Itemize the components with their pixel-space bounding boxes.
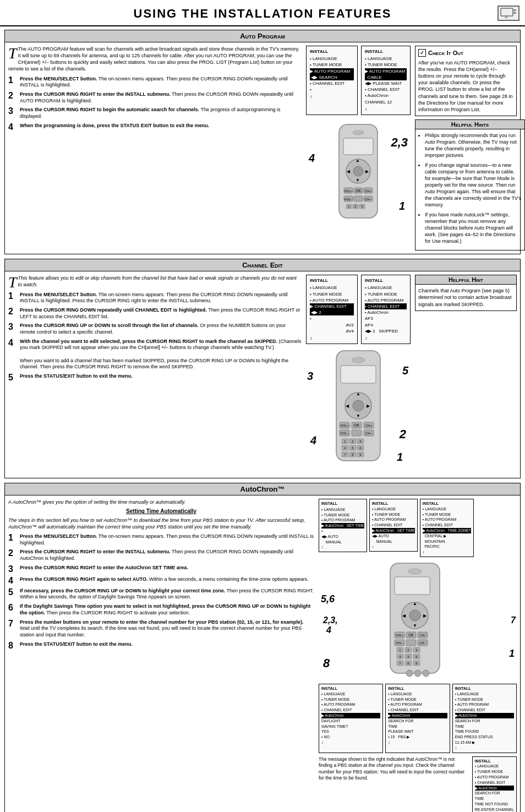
channel-edit-steps: 1 Press the MENU/SELECT button. The on-s… [8, 292, 302, 383]
auto-program-intro: T The AUTO PROGRAM feature will scan for… [8, 46, 302, 73]
step-num-3: 3 [8, 107, 17, 116]
svg-point-70 [408, 569, 422, 574]
ce-overlay-4: 4 [310, 434, 316, 447]
svg-rect-71 [395, 577, 430, 595]
ac-step-num-1: 1 [8, 533, 17, 542]
svg-rect-85 [406, 640, 416, 646]
install-screen-1: INSTALL • LANGUAGE • TUNER MODE ▶ AUTO P… [306, 46, 358, 115]
ac-step-num-3: 3 [8, 565, 17, 574]
ac-screen-s7-left: INSTALL • LANGUAGE • TUNER MODE • AUTO P… [472, 756, 517, 812]
ce-step-3: 3 Press the CURSOR RING UP or DOWN to sc… [8, 323, 302, 335]
svg-text:▲: ▲ [413, 601, 417, 606]
channel-edit-right: Helpful Hint Channels that Auto Program … [415, 275, 517, 475]
svg-text:CH–: CH– [365, 198, 372, 201]
svg-text:VOL+: VOL+ [396, 634, 403, 637]
checkmark-icon: ✓ [418, 49, 426, 57]
step-num-4: 4 [8, 123, 17, 132]
autochron-message: The message shown to the right indicates… [319, 756, 469, 782]
autochron-section: AutoChron™ A AutoChron™ gives you the op… [4, 483, 521, 812]
ce-hint-title: Helpful Hint [415, 275, 516, 285]
svg-text:CH+: CH+ [365, 189, 372, 193]
ce-step-num-4: 4 [8, 339, 17, 347]
channel-edit-title: Channel Edit [5, 259, 520, 271]
ac-screen-s6: INSTALL • LANGUAGE • TUNER MODE • AUTO P… [452, 684, 517, 753]
check-it-out-text: After you've run AUTO PROGRAM, check the… [418, 59, 513, 113]
svg-text:VOL–: VOL– [344, 198, 353, 201]
helpful-hints-list: Philips strongly recommends that you run… [418, 132, 522, 244]
ac-overlay-4: 4 [326, 625, 331, 635]
auto-program-right: ✓ Check It Out After you've run AUTO PRO… [415, 46, 517, 250]
ac-step-text-2: Press the CURSOR RING RIGHT to enter the… [20, 549, 314, 562]
svg-text:VOL+: VOL+ [344, 189, 353, 193]
svg-text:▼: ▼ [356, 413, 360, 418]
auto-program-title: Auto Program [5, 30, 520, 42]
page-title: Using the Installation Features [0, 0, 525, 26]
ac-step-1: 1 Press the MENU/SELECT button. The on-s… [8, 533, 314, 546]
ac-step-7: 7 Press the number buttons on your remot… [8, 619, 314, 639]
ac-overlay-7: 7 [511, 615, 516, 625]
ac-step-text-5: If necessary, press the CURSOR RING UP o… [20, 588, 314, 601]
step-text-2: Press the CURSOR RING RIGHT to enter the… [20, 91, 302, 104]
ce-helpful-hint: Helpful Hint Channels that Auto Program … [415, 275, 517, 310]
ce-step-2: 2 Press the CURSOR RING DOWN repeatedly … [8, 307, 302, 320]
svg-point-6 [353, 130, 364, 135]
ac-step-num-6: 6 [8, 603, 17, 612]
svg-text:▶: ▶ [367, 404, 370, 408]
auto-program-steps: 1 Press the MENU/SELECT button. The on-s… [8, 76, 302, 132]
autochron-images: INSTALL • LANGUAGE • TUNER MODE • AUTO P… [319, 499, 517, 812]
svg-text:OK: OK [408, 633, 414, 637]
ce-step-num-3: 3 [8, 323, 17, 331]
ac-step-num-5: 5 [8, 588, 17, 597]
svg-point-73 [409, 610, 420, 621]
ce-screen-2: INSTALL • LANGUAGE • TUNER MODE • AUTO P… [361, 275, 411, 344]
ce-step-num-5: 5 [8, 373, 17, 382]
ce-step-1: 1 Press the MENU/SELECT button. The on-s… [8, 292, 302, 304]
svg-text:◀: ◀ [402, 613, 406, 618]
ce-step-text-2: Press the CURSOR RING DOWN repeatedly un… [20, 307, 302, 320]
ac-screen-s1: INSTALL • LANGUAGE • TUNER MODE • AUTO P… [319, 499, 367, 552]
ac-step-5: 5 If necessary, press the CURSOR RING UP… [8, 588, 314, 601]
helpful-hints-body: Philips strongly recommends that you run… [415, 129, 524, 250]
channel-edit-intro: T This feature allows you to edit or ski… [8, 275, 302, 288]
check-it-out-title: ✓ Check It Out [418, 49, 513, 57]
channel-edit-section: Channel Edit T This feature allows you t… [4, 259, 521, 478]
auto-program-images: INSTALL • LANGUAGE • TUNER MODE ▶ AUTO P… [306, 46, 411, 250]
auto-program-body: T The AUTO PROGRAM feature will scan for… [5, 42, 520, 254]
ce-step-text-1: Press the MENU/SELECT button. The on-scr… [20, 292, 302, 304]
ce-overlay-5: 5 [402, 364, 408, 377]
ce-step-text-3: Press the CURSOR RING UP or DOWN to scro… [20, 323, 302, 335]
ac-step-text-7: Press the number buttons on your remote … [20, 619, 314, 639]
step-overlay-23: 2,3 [391, 135, 408, 150]
svg-rect-21 [354, 196, 363, 201]
svg-rect-0 [501, 8, 513, 16]
hint-item-3: If you have made AutoLock™ settings, rem… [425, 211, 522, 245]
step-1: 1 Press the MENU/SELECT button. The on-s… [8, 76, 302, 89]
step-overlay-4: 4 [309, 152, 315, 165]
channel-edit-body: T This feature allows you to edit or ski… [5, 271, 520, 478]
main-content: Auto Program T The AUTO PROGRAM feature … [0, 26, 525, 812]
ac-step-3: 3 Press the CURSOR RING RIGHT to enter t… [8, 565, 314, 574]
svg-text:CH–: CH– [419, 641, 426, 645]
drop-cap-this: T [8, 275, 17, 290]
hint-item-1: Philips strongly recommends that you run… [425, 132, 522, 159]
ce-step-num-2: 2 [8, 307, 17, 316]
ce-step-num-1: 1 [8, 292, 17, 301]
ce-step-5: 5 Press the STATUS/EXIT button to exit t… [8, 373, 302, 382]
svg-text:◀: ◀ [346, 404, 349, 408]
drop-cap-a: A [8, 499, 12, 505]
page-header: Using the Installation Features [0, 0, 525, 26]
svg-point-9 [353, 166, 363, 176]
ce-hint-body: Channels that Auto Program (see page 5) … [415, 285, 516, 310]
step-overlay-1: 1 [399, 200, 405, 212]
ce-screen-1: INSTALL • LANGUAGE • TUNER MODE • AUTO P… [306, 275, 358, 344]
autochron-subsection-intro: The steps in this section tell you how t… [8, 517, 314, 530]
svg-text:◀: ◀ [347, 169, 351, 174]
channel-edit-images: INSTALL • LANGUAGE • TUNER MODE • AUTO P… [306, 275, 411, 475]
ac-step-2: 2 Press the CURSOR RING RIGHT to enter t… [8, 549, 314, 562]
ac-screen-s5: INSTALL • LANGUAGE • TUNER MODE • AUTO P… [385, 684, 450, 753]
svg-text:CH+: CH+ [365, 424, 373, 427]
ac-step-text-8: Press the STATUS/EXIT button to exit the… [20, 641, 133, 648]
ac-step-text-3: Press the CURSOR RING RIGHT to enter the… [20, 565, 188, 571]
ac-step-text-6: If the Daylight Savings Time option you … [20, 603, 314, 616]
ac-step-8: 8 Press the STATUS/EXIT button to exit t… [8, 641, 314, 650]
